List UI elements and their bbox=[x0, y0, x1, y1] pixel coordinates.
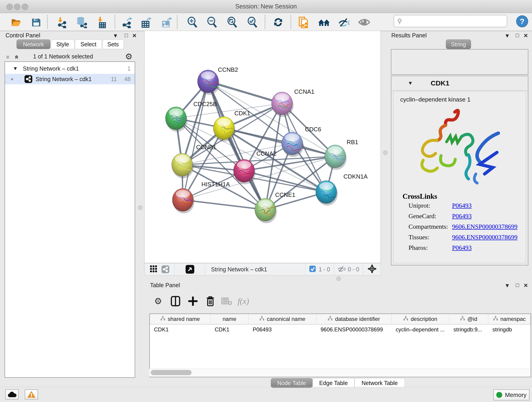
table-cell[interactable]: CDK1 bbox=[210, 325, 249, 335]
table-panel-collapse-icon[interactable]: ▼ bbox=[505, 282, 510, 289]
table-horizontal-scrollbar[interactable] bbox=[149, 369, 530, 376]
crosslink-link[interactable]: P06493 bbox=[452, 212, 472, 220]
table-tab-node-table[interactable]: Node Table bbox=[271, 378, 312, 388]
table-cell[interactable]: stringdb:9... bbox=[449, 325, 488, 335]
network-row-selected[interactable]: ● String Network – cdk1 11 48 bbox=[5, 74, 135, 84]
delete-column-trash-icon[interactable] bbox=[204, 295, 217, 307]
control-tab-select[interactable]: Select bbox=[75, 39, 102, 49]
search-input[interactable] bbox=[404, 17, 505, 25]
control-tab-sets[interactable]: Sets bbox=[102, 39, 124, 49]
table-tab-edge-table[interactable]: Edge Table bbox=[312, 378, 355, 388]
node-CDC25B[interactable] bbox=[165, 107, 187, 132]
node-CCNA1[interactable] bbox=[272, 92, 293, 117]
control-panel-collapse-icon[interactable]: ▼ bbox=[113, 32, 118, 39]
help-button[interactable]: ? bbox=[516, 15, 528, 27]
table-panel-close-icon[interactable]: × bbox=[524, 281, 528, 289]
bottom-splitter-handle[interactable] bbox=[336, 276, 341, 281]
control-panel-close-icon[interactable]: × bbox=[133, 32, 137, 39]
divider bbox=[305, 263, 305, 275]
show-columns-icon[interactable] bbox=[169, 295, 182, 307]
zoom-in-icon[interactable] bbox=[186, 16, 198, 28]
results-panel-collapse-icon[interactable]: ▼ bbox=[505, 32, 510, 39]
results-panel-float-icon[interactable]: □ bbox=[516, 32, 519, 38]
control-panel-float-icon[interactable]: □ bbox=[125, 32, 128, 38]
zoom-out-icon[interactable] bbox=[206, 16, 218, 28]
refresh-layout-icon[interactable] bbox=[272, 16, 284, 28]
scrollbar-thumb[interactable] bbox=[151, 370, 191, 375]
string-style-icon[interactable] bbox=[162, 265, 169, 273]
results-panel-close-icon[interactable]: × bbox=[524, 32, 528, 39]
hierarchy-icon bbox=[259, 316, 264, 322]
column-header-name[interactable]: name bbox=[210, 314, 249, 324]
birds-eye-grid-icon[interactable] bbox=[150, 265, 157, 274]
protein-structure-image bbox=[407, 108, 508, 191]
cloud-button[interactable] bbox=[5, 389, 19, 400]
open-in-window-icon[interactable] bbox=[186, 265, 194, 274]
zoom-selected-icon[interactable] bbox=[247, 16, 259, 28]
pan-crosshair-icon[interactable] bbox=[367, 264, 377, 274]
table-settings-gear-icon[interactable]: ⚙ bbox=[152, 295, 165, 307]
table-panel-float-icon[interactable]: □ bbox=[516, 282, 519, 288]
add-column-plus-icon[interactable] bbox=[186, 295, 199, 307]
zoom-fit-icon[interactable] bbox=[226, 16, 238, 28]
column-header-description[interactable]: description bbox=[392, 314, 449, 324]
import-table-file-icon[interactable] bbox=[96, 16, 108, 28]
save-session-icon[interactable] bbox=[30, 16, 42, 28]
right-splitter-handle[interactable] bbox=[383, 150, 388, 155]
node-CCNB2[interactable] bbox=[197, 70, 220, 95]
network-canvas[interactable]: CCNB2CCNA1CDC25BCDK1CDC6RB1CCNB1CCNA2CDK… bbox=[144, 31, 381, 263]
results-tab-string[interactable]: String bbox=[446, 39, 471, 49]
duplicate-network-icon[interactable] bbox=[297, 16, 309, 28]
delete-table-icon[interactable] bbox=[220, 295, 233, 307]
first-neighbors-icon[interactable] bbox=[317, 16, 329, 28]
node-CCNE1[interactable] bbox=[255, 198, 277, 223]
function-builder-fx[interactable]: f(x) bbox=[237, 295, 250, 307]
crosslink-link[interactable]: 9606.ENSP00000378699 bbox=[452, 223, 517, 230]
show-all-eye-icon[interactable] bbox=[358, 16, 370, 28]
import-network-database-icon[interactable] bbox=[76, 16, 88, 28]
search-box[interactable]: ⚲ bbox=[394, 15, 507, 27]
open-session-icon[interactable] bbox=[10, 16, 22, 28]
table-cell[interactable]: stringdb bbox=[488, 325, 531, 335]
collapse-all-chevron-icon[interactable]: » bbox=[4, 55, 12, 59]
crosslink-link[interactable]: P06493 bbox=[452, 244, 472, 251]
control-tab-style[interactable]: Style bbox=[51, 39, 75, 49]
hidden-eye-slash-icon bbox=[337, 265, 346, 274]
status-bar: Memory bbox=[0, 387, 532, 402]
control-tab-network[interactable]: Network bbox=[17, 39, 51, 49]
table-cell[interactable]: 9606.ENSP00000378699 bbox=[317, 325, 392, 335]
crosslink-link[interactable]: P06493 bbox=[452, 202, 472, 209]
table-tab-network-table[interactable]: Network Table bbox=[355, 378, 405, 388]
results-entry-header[interactable]: ▼ CDK1 bbox=[391, 76, 528, 90]
import-network-file-icon[interactable] bbox=[56, 16, 68, 28]
hide-selected-eye-icon[interactable] bbox=[338, 16, 350, 28]
edge-HIST1H1A-CCNE1[interactable] bbox=[183, 200, 265, 210]
crosslink-link[interactable]: 9606.ENSP00000378699 bbox=[452, 234, 517, 241]
node-CDKN1A[interactable] bbox=[316, 181, 338, 206]
entry-expander-icon[interactable]: ▼ bbox=[408, 80, 413, 86]
node-HIST1H1A[interactable] bbox=[172, 188, 194, 213]
memory-button[interactable]: Memory bbox=[493, 389, 530, 400]
export-table-icon[interactable] bbox=[140, 16, 152, 28]
expand-all-chevron-icon[interactable]: » bbox=[12, 55, 20, 59]
crosslink-label: Tissues: bbox=[409, 234, 429, 241]
node-RB1[interactable] bbox=[325, 145, 347, 170]
column-header-canonical-name[interactable]: canonical name bbox=[249, 314, 317, 324]
warning-button[interactable] bbox=[25, 389, 38, 400]
left-splitter-handle[interactable] bbox=[138, 205, 143, 210]
network-collection-row[interactable]: ▼ String Network – cdk1 1 bbox=[5, 63, 135, 74]
column-header-database-identifier[interactable]: database identifier bbox=[317, 314, 392, 324]
collection-expander-icon[interactable]: ▼ bbox=[13, 65, 18, 71]
export-image-icon[interactable] bbox=[160, 16, 172, 28]
table-cell[interactable]: P06493 bbox=[249, 325, 317, 335]
selected-checkbox-icon[interactable] bbox=[309, 265, 316, 273]
node-table[interactable]: shared namenamecanonical namedatabase id… bbox=[149, 313, 531, 377]
table-cell[interactable]: CDK1 bbox=[150, 325, 210, 335]
network-options-gear-icon[interactable]: ⚙ bbox=[125, 52, 133, 61]
export-network-icon[interactable] bbox=[121, 16, 133, 28]
column-header-namespac[interactable]: namespac bbox=[488, 314, 531, 324]
column-header-shared-name[interactable]: shared name bbox=[150, 314, 210, 324]
node-label-CCNB1: CCNB1 bbox=[196, 144, 216, 151]
column-header--id[interactable]: @id bbox=[449, 314, 488, 324]
table-cell[interactable]: cyclin–dependent ... bbox=[392, 325, 449, 335]
